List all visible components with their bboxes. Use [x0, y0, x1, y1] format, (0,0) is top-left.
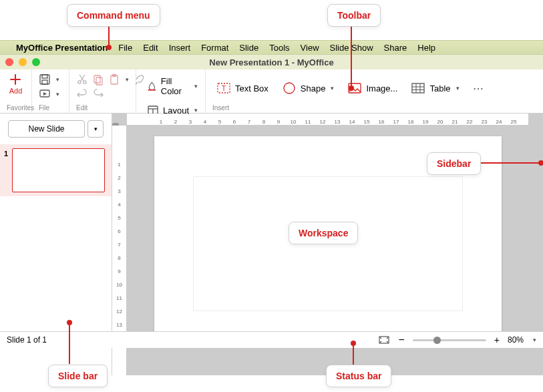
menu-view[interactable]: View	[301, 43, 319, 53]
file-group-label: File	[39, 104, 62, 112]
zoom-out-button[interactable]: −	[398, 334, 404, 346]
slide-counter: Slide 1 of 1	[7, 335, 47, 345]
callout-toolbar: Toolbar	[327, 4, 381, 27]
zoom-percentage[interactable]: 80%	[508, 335, 524, 345]
text-box-button[interactable]: T Text Box	[212, 78, 273, 98]
callout-command-menu: Command menu	[67, 4, 160, 27]
horizontal-ruler[interactable]: 1234567891011121314151617181920212223242…	[127, 114, 528, 126]
callout-sidebar: Sidebar	[427, 152, 481, 175]
favorites-group-label: Favorites	[7, 104, 25, 112]
shape-icon	[282, 81, 297, 95]
table-label: Table	[429, 83, 450, 93]
play-dropdown[interactable]: ▾	[39, 88, 59, 100]
text-box-icon: T	[216, 81, 231, 95]
svg-rect-1	[42, 75, 47, 78]
more-icon[interactable]: ⋯	[469, 82, 488, 95]
new-slide-button[interactable]: New Slide	[8, 120, 85, 138]
status-bar: Slide 1 of 1 − + 80% ▾	[0, 331, 543, 348]
save-floppy-icon	[39, 73, 51, 85]
slide-thumbnail-selected[interactable]: 1	[0, 144, 112, 196]
copy-icon[interactable]	[92, 73, 104, 85]
fill-color-label: Fill Color	[161, 76, 189, 96]
text-box-label: Text Box	[235, 83, 268, 93]
svg-rect-7	[96, 77, 102, 85]
callout-slide-bar: Slide bar	[48, 365, 108, 387]
new-slide-dropdown[interactable]: ▾	[87, 120, 104, 138]
menu-format[interactable]: Format	[201, 43, 228, 53]
zoom-dropdown[interactable]: ▾	[533, 337, 536, 343]
paste-dropdown[interactable]: ▾	[126, 76, 129, 83]
paste-icon[interactable]	[108, 73, 120, 85]
window-maximize-button[interactable]	[32, 58, 40, 66]
zoom-in-button[interactable]: +	[494, 335, 500, 345]
menu-insert[interactable]: Insert	[169, 43, 191, 53]
window-minimize-button[interactable]	[19, 58, 27, 66]
undo-icon[interactable]	[76, 88, 88, 100]
svg-point-16	[284, 83, 295, 93]
menu-slide[interactable]: Slide	[239, 43, 258, 53]
svg-text:T: T	[222, 85, 226, 92]
add-button[interactable]: Add	[9, 73, 23, 95]
edit-group-label: Edit	[76, 104, 129, 112]
menu-file[interactable]: File	[118, 43, 132, 53]
fill-color-button[interactable]: Fill Color ▾	[143, 73, 202, 99]
zoom-slider[interactable]	[413, 339, 486, 341]
slide-number: 1	[4, 148, 12, 192]
image-label: Image...	[366, 83, 397, 93]
redo-icon[interactable]	[92, 88, 104, 100]
shape-button[interactable]: Shape ▾	[278, 78, 339, 98]
menubar: MyOffice Presentation File Edit Insert F…	[0, 40, 543, 55]
cut-icon[interactable]	[76, 73, 88, 85]
callout-workspace: Workspace	[289, 222, 358, 244]
toolbar: Add Favorites ▾ ▾ File	[0, 69, 543, 114]
slide-thumbnail	[12, 148, 105, 192]
titlebar: New Presentation 1 - MyOffice	[0, 55, 543, 69]
svg-rect-2	[42, 80, 47, 84]
shape-label: Shape	[301, 83, 326, 93]
menu-help[interactable]: Help	[417, 43, 435, 53]
window-title: New Presentation 1 - MyOffice	[209, 57, 333, 67]
table-icon	[411, 81, 425, 95]
svg-rect-6	[94, 75, 100, 83]
save-dropdown[interactable]: ▾	[39, 73, 59, 85]
svg-rect-10	[148, 89, 156, 91]
fill-color-icon	[147, 80, 157, 92]
app-name[interactable]: MyOffice Presentation	[16, 43, 108, 53]
play-presentation-icon	[39, 88, 51, 100]
svg-rect-19	[412, 83, 424, 93]
window-close-button[interactable]	[5, 58, 13, 66]
insert-group-label: Insert	[212, 104, 536, 112]
add-label: Add	[9, 87, 23, 95]
fit-screen-icon[interactable]	[378, 334, 390, 346]
menu-edit[interactable]: Edit	[143, 43, 158, 53]
callout-status-bar: Status bar	[326, 365, 391, 387]
menu-share[interactable]: Share	[384, 43, 407, 53]
table-button[interactable]: Table ▾	[407, 78, 463, 98]
svg-rect-0	[40, 75, 49, 84]
menu-tools[interactable]: Tools	[269, 43, 289, 53]
